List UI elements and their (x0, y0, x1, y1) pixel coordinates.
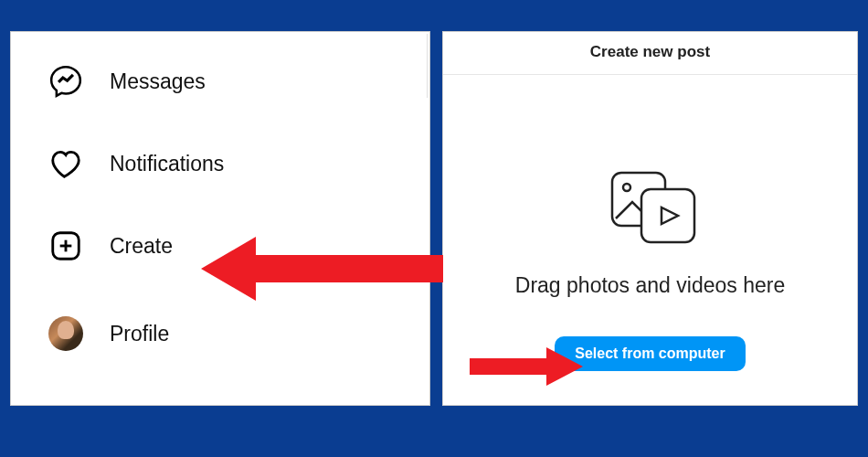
select-from-computer-button[interactable]: Select from computer (555, 336, 745, 371)
svg-point-4 (623, 184, 630, 191)
sidebar-item-label: Profile (110, 322, 169, 346)
modal-title: Create new post (443, 32, 857, 75)
sidebar-item-create[interactable]: Create (11, 213, 429, 279)
svg-rect-5 (641, 189, 694, 242)
sidebar-item-label: Messages (110, 69, 206, 94)
sidebar-item-label: Notifications (110, 152, 224, 176)
create-post-modal: Create new post Drag photos and videos h… (442, 31, 858, 406)
messenger-icon (48, 63, 84, 100)
plus-square-icon (48, 228, 84, 264)
sidebar-panel: Messages Notifications Create Profile (10, 31, 430, 406)
sidebar-item-notifications[interactable]: Notifications (11, 131, 429, 197)
avatar (48, 315, 84, 352)
sidebar-item-profile[interactable]: Profile (11, 301, 429, 367)
modal-body: Drag photos and videos here Select from … (443, 75, 857, 408)
sidebar-item-messages[interactable]: Messages (11, 48, 429, 114)
divider (427, 34, 428, 98)
media-upload-icon (596, 167, 705, 253)
sidebar-item-label: Create (110, 234, 173, 259)
heart-icon (48, 145, 84, 182)
drop-hint-text: Drag photos and videos here (515, 273, 785, 298)
